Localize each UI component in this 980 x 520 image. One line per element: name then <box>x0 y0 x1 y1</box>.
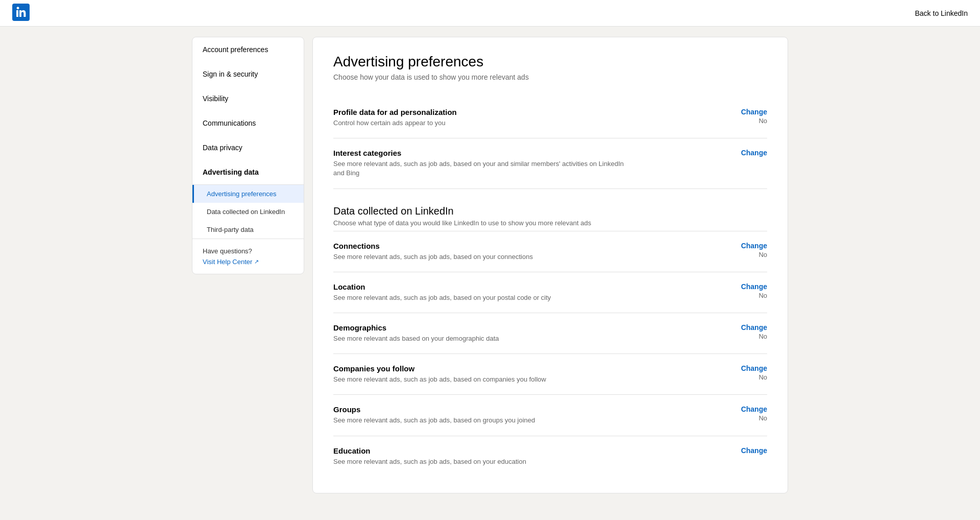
settings-row-groups-content: Groups See more relevant ads, such as jo… <box>333 405 726 425</box>
header: Back to LinkedIn <box>0 0 980 27</box>
settings-row-companies-content: Companies you follow See more relevant a… <box>333 364 726 384</box>
settings-row-groups-title: Groups <box>333 405 726 414</box>
sidebar-sub-item-advertising-preferences[interactable]: Advertising preferences <box>192 185 304 203</box>
settings-row-demographics-title: Demographics <box>333 323 726 332</box>
settings-row-location-title: Location <box>333 282 726 291</box>
change-interest-categories-button[interactable]: Change <box>741 149 767 157</box>
sidebar-sub-item-third-party-data[interactable]: Third-party data <box>192 221 304 239</box>
settings-row-profile-data: Profile data for ad personalization Cont… <box>333 98 767 138</box>
change-demographics-button[interactable]: Change <box>741 323 767 332</box>
settings-row-connections-title: Connections <box>333 242 726 250</box>
settings-row-profile-data-title: Profile data for ad personalization <box>333 108 726 116</box>
data-collected-section-desc: Choose what type of data you would like … <box>333 219 767 227</box>
settings-row-companies: Companies you follow See more relevant a… <box>333 354 767 395</box>
sidebar-section-sub: Advertising preferences Data collected o… <box>192 185 304 239</box>
visit-help-center-link[interactable]: Visit Help Center ↗ <box>203 258 293 266</box>
change-groups-button[interactable]: Change <box>741 405 767 413</box>
settings-row-profile-data-action: Change No <box>726 108 767 125</box>
settings-row-interest-categories-desc: See more relevant ads, such as job ads, … <box>333 159 629 178</box>
settings-row-groups: Groups See more relevant ads, such as jo… <box>333 395 767 436</box>
sidebar-item-advertising-data[interactable]: Advertising data <box>192 160 304 184</box>
settings-row-interest-categories-action: Change <box>726 149 767 157</box>
settings-row-location-content: Location See more relevant ads, such as … <box>333 282 726 302</box>
sidebar-sub-item-data-collected[interactable]: Data collected on LinkedIn <box>192 203 304 221</box>
settings-row-demographics: Demographics See more relevant ads based… <box>333 313 767 354</box>
settings-row-groups-desc: See more relevant ads, such as job ads, … <box>333 416 629 425</box>
groups-status: No <box>758 414 767 422</box>
settings-row-companies-action: Change No <box>726 364 767 381</box>
change-connections-button[interactable]: Change <box>741 242 767 250</box>
settings-row-groups-action: Change No <box>726 405 767 422</box>
profile-data-status: No <box>758 117 767 125</box>
sidebar-item-sign-in-security[interactable]: Sign in & security <box>192 62 304 86</box>
help-section: Have questions? Visit Help Center ↗ <box>192 239 304 274</box>
settings-row-connections-action: Change No <box>726 242 767 258</box>
settings-row-location: Location See more relevant ads, such as … <box>333 272 767 313</box>
settings-row-companies-title: Companies you follow <box>333 364 726 373</box>
page-title: Advertising preferences <box>333 54 767 70</box>
help-question-text: Have questions? <box>203 247 293 255</box>
change-education-button[interactable]: Change <box>741 446 767 455</box>
settings-row-demographics-desc: See more relevant ads based on your demo… <box>333 334 629 343</box>
settings-row-connections-content: Connections See more relevant ads, such … <box>333 242 726 262</box>
connections-status: No <box>758 251 767 258</box>
sidebar-item-data-privacy[interactable]: Data privacy <box>192 135 304 160</box>
data-collected-section-heading: Data collected on LinkedIn <box>333 205 767 217</box>
settings-row-interest-categories-content: Interest categories See more relevant ad… <box>333 149 726 178</box>
linkedin-logo[interactable] <box>12 4 30 22</box>
main-content: Advertising preferences Choose how your … <box>312 37 788 493</box>
settings-row-interest-categories: Interest categories See more relevant ad… <box>333 138 767 188</box>
sidebar-item-communications[interactable]: Communications <box>192 111 304 135</box>
demographics-status: No <box>758 333 767 340</box>
settings-row-profile-data-desc: Control how certain ads appear to you <box>333 119 629 128</box>
sidebar-item-account-preferences[interactable]: Account preferences <box>192 37 304 62</box>
change-location-button[interactable]: Change <box>741 282 767 291</box>
settings-row-demographics-action: Change No <box>726 323 767 340</box>
sidebar-nav: Account preferences Sign in & security V… <box>192 37 304 274</box>
settings-row-education-desc: See more relevant ads, such as job ads, … <box>333 457 629 466</box>
back-to-linkedin-link[interactable]: Back to LinkedIn <box>915 9 968 17</box>
page-subtitle: Choose how your data is used to show you… <box>333 73 767 81</box>
settings-row-education-action: Change <box>726 446 767 455</box>
settings-row-connections: Connections See more relevant ads, such … <box>333 231 767 272</box>
change-profile-data-button[interactable]: Change <box>741 108 767 116</box>
settings-row-interest-categories-title: Interest categories <box>333 149 726 157</box>
sidebar: Account preferences Sign in & security V… <box>192 37 304 493</box>
settings-row-education-title: Education <box>333 446 726 455</box>
settings-row-education-content: Education See more relevant ads, such as… <box>333 446 726 466</box>
help-link-label: Visit Help Center <box>203 258 252 266</box>
companies-status: No <box>758 373 767 381</box>
settings-row-companies-desc: See more relevant ads, such as job ads, … <box>333 375 629 384</box>
settings-row-demographics-content: Demographics See more relevant ads based… <box>333 323 726 343</box>
settings-row-location-desc: See more relevant ads, such as job ads, … <box>333 293 629 302</box>
external-link-icon: ↗ <box>254 258 259 265</box>
settings-row-connections-desc: See more relevant ads, such as job ads, … <box>333 252 629 262</box>
location-status: No <box>758 292 767 299</box>
settings-row-location-action: Change No <box>726 282 767 299</box>
change-companies-button[interactable]: Change <box>741 364 767 372</box>
sidebar-item-visibility[interactable]: Visibility <box>192 86 304 111</box>
settings-row-education: Education See more relevant ads, such as… <box>333 436 767 477</box>
sidebar-section-main: Account preferences Sign in & security V… <box>192 37 304 185</box>
settings-row-profile-data-content: Profile data for ad personalization Cont… <box>333 108 726 128</box>
